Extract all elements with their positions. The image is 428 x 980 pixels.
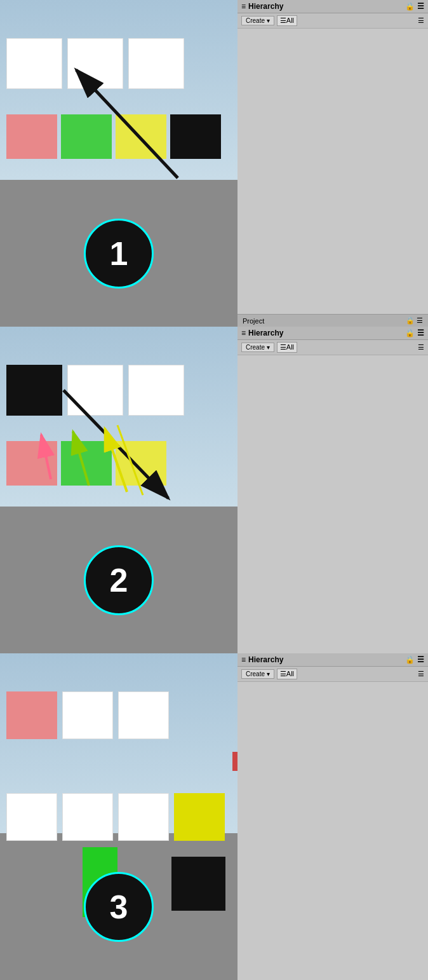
toolbar-menu-3: ☰ <box>418 670 424 678</box>
project-lock-1: 🔒 ☰ <box>406 316 423 325</box>
step-number-1: 1 <box>84 219 154 289</box>
white-btm-3a <box>6 793 57 841</box>
hierarchy-menu-2: ☰ <box>417 329 424 337</box>
search-all-1: ☰All <box>277 15 297 26</box>
toolbar-menu-2: ☰ <box>418 343 424 351</box>
game-view-2: 2 <box>0 327 237 653</box>
game-view-3: 3 <box>0 653 237 980</box>
search-all-3: ☰All <box>277 669 297 679</box>
pink-square-3 <box>6 691 57 739</box>
white-btm-3b <box>62 793 113 841</box>
top-squares-1 <box>6 38 231 89</box>
hierarchy-content-1 <box>237 29 428 314</box>
create-button-3[interactable]: Create ▾ <box>241 669 274 679</box>
hierarchy-header-3: ≡ Hierarchy 🔒 ☰ <box>237 653 428 667</box>
red-square-2 <box>6 441 57 486</box>
search-all-2: ☰All <box>277 342 297 353</box>
game-view-1: 1 <box>0 0 237 327</box>
color-row-2 <box>6 441 166 486</box>
hierarchy-lock-1: 🔒 <box>405 2 415 11</box>
yellow-square <box>116 114 166 159</box>
hierarchy-lock-3: 🔒 <box>405 655 415 664</box>
hierarchy-header-1: ≡ Hierarchy 🔒 ☰ <box>237 0 428 13</box>
hierarchy-content-3 <box>237 682 428 980</box>
toolbar-menu-1: ☰ <box>418 17 424 25</box>
yellow-btm-3 <box>174 793 225 841</box>
hierarchy-panel-1: ≡ Hierarchy 🔒 ☰ Create ▾ ☰All ☰ Project … <box>237 0 428 327</box>
step-number-2: 2 <box>84 545 154 615</box>
create-button-2[interactable]: Create ▾ <box>241 343 274 352</box>
black-square <box>170 114 221 159</box>
hierarchy-title-1: Hierarchy <box>248 2 283 11</box>
hierarchy-toolbar-3: Create ▾ ☰All ☰ <box>237 667 428 682</box>
black-btm-sq-3 <box>171 857 225 911</box>
square-1 <box>6 38 62 89</box>
hierarchy-content-2 <box>237 355 428 653</box>
square-3 <box>128 38 184 89</box>
bottom-squares-3 <box>6 793 225 841</box>
black-top-square-2 <box>6 365 62 416</box>
white-sq-3b <box>118 691 169 739</box>
hierarchy-panel-3: ≡ Hierarchy 🔒 ☰ Create ▾ ☰All ☰ <box>237 653 428 980</box>
resize-handle-3[interactable] <box>232 752 237 771</box>
hierarchy-icon-1: ≡ <box>241 2 246 11</box>
white-btm-3c <box>118 793 169 841</box>
hierarchy-toolbar-1: Create ▾ ☰All ☰ <box>237 13 428 29</box>
white-square-2b <box>128 365 184 416</box>
green-square-2 <box>61 441 112 486</box>
yellow-square-2 <box>116 441 166 486</box>
section-3: 3 ≡ Hierarchy 🔒 ☰ Create ▾ ☰All ☰ <box>0 653 428 980</box>
create-button-1[interactable]: Create ▾ <box>241 16 274 25</box>
hierarchy-header-2: ≡ Hierarchy 🔒 ☰ <box>237 327 428 340</box>
color-row-1 <box>6 114 221 159</box>
hierarchy-title-2: Hierarchy <box>248 329 283 337</box>
step-number-3: 3 <box>84 872 154 942</box>
project-label-1: Project <box>243 317 264 325</box>
white-square-2a <box>67 365 123 416</box>
hierarchy-icon-2: ≡ <box>241 329 246 337</box>
section-1: 1 ≡ Hierarchy 🔒 ☰ Create ▾ ☰All ☰ Projec… <box>0 0 428 327</box>
top-squares-3 <box>6 691 169 739</box>
project-bar-1: Project 🔒 ☰ <box>237 314 428 327</box>
hierarchy-toolbar-2: Create ▾ ☰All ☰ <box>237 340 428 355</box>
white-sq-3a <box>62 691 113 739</box>
green-square <box>61 114 112 159</box>
hierarchy-menu-3: ☰ <box>417 655 424 664</box>
red-square <box>6 114 57 159</box>
hierarchy-title-3: Hierarchy <box>248 655 283 664</box>
section-2: 2 ≡ Hierarchy 🔒 ☰ Create ▾ ☰All ☰ <box>0 327 428 653</box>
hierarchy-lock-2: 🔒 <box>405 329 415 337</box>
top-squares-2 <box>6 365 184 416</box>
hierarchy-panel-2: ≡ Hierarchy 🔒 ☰ Create ▾ ☰All ☰ <box>237 327 428 653</box>
square-2 <box>67 38 123 89</box>
hierarchy-icon-3: ≡ <box>241 655 246 664</box>
hierarchy-menu-1: ☰ <box>417 2 424 11</box>
